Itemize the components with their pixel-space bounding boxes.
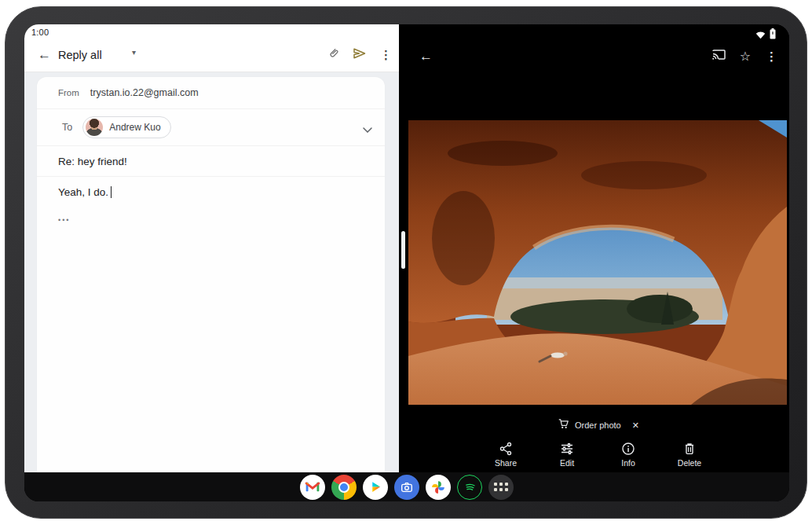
reply-mode-label[interactable]: Reply all bbox=[58, 49, 102, 61]
from-label: From bbox=[58, 88, 79, 97]
photos-header: ← ☆ ⋮ bbox=[408, 43, 789, 72]
spotify-app-icon[interactable] bbox=[457, 475, 482, 500]
to-label: To bbox=[62, 122, 72, 133]
compose-background: From trystan.io.22@gmail.com To Andrew K… bbox=[24, 72, 399, 472]
back-arrow-icon[interactable]: ← bbox=[419, 49, 433, 64]
delete-label: Delete bbox=[664, 458, 715, 468]
recipient-avatar bbox=[86, 119, 103, 136]
gmail-compose-header: ← Reply all ▾ ⋮ bbox=[24, 40, 399, 72]
order-photo-label: Order photo bbox=[575, 420, 621, 430]
cart-icon bbox=[558, 418, 569, 432]
gmail-pane: 1:00 ← Reply all ▾ ⋮ bbox=[24, 24, 399, 472]
all-apps-icon[interactable] bbox=[488, 475, 514, 500]
chevron-down-icon[interactable] bbox=[363, 122, 372, 136]
show-quoted-text-button[interactable]: ••• bbox=[37, 216, 385, 224]
photo-action-bar: Share Edit Info bbox=[408, 442, 789, 472]
info-icon bbox=[603, 442, 653, 457]
favorite-star-icon[interactable]: ☆ bbox=[740, 50, 751, 64]
message-body-field[interactable]: Yeah, I do. bbox=[37, 177, 385, 200]
close-icon[interactable]: ✕ bbox=[632, 420, 639, 431]
attach-file-icon[interactable] bbox=[327, 46, 341, 63]
reply-mode-caret-icon[interactable]: ▾ bbox=[132, 48, 136, 57]
camera-app-icon[interactable] bbox=[394, 475, 419, 500]
info-button[interactable]: Info bbox=[603, 442, 653, 468]
split-divider-handle[interactable] bbox=[401, 231, 405, 269]
cast-icon[interactable] bbox=[711, 49, 726, 64]
split-screen-divider bbox=[399, 24, 408, 472]
send-icon[interactable] bbox=[353, 47, 367, 63]
delete-button[interactable]: Delete bbox=[664, 442, 715, 468]
from-row[interactable]: From trystan.io.22@gmail.com bbox=[37, 77, 385, 108]
tune-icon bbox=[542, 442, 592, 457]
chrome-center-dot bbox=[338, 482, 349, 493]
text-cursor bbox=[111, 186, 112, 198]
subject-field[interactable]: Re: hey friend! bbox=[37, 146, 385, 176]
edit-label: Edit bbox=[542, 458, 592, 468]
overflow-menu-icon[interactable]: ⋮ bbox=[379, 48, 393, 62]
back-arrow-icon[interactable]: ← bbox=[38, 46, 51, 64]
to-row[interactable]: To Andrew Kuo bbox=[37, 109, 385, 145]
tablet-screen: 1:00 ← Reply all ▾ ⋮ bbox=[24, 24, 789, 501]
share-button[interactable]: Share bbox=[481, 442, 531, 468]
photos-pane: ← ☆ ⋮ bbox=[408, 24, 789, 472]
battery-icon bbox=[770, 28, 776, 42]
order-photo-chip[interactable]: Order photo ✕ bbox=[408, 418, 789, 432]
status-clock: 1:00 bbox=[31, 28, 49, 37]
recipient-name: Andrew Kuo bbox=[109, 122, 160, 133]
photos-app-icon[interactable] bbox=[426, 475, 451, 500]
status-icons bbox=[755, 28, 776, 42]
message-body-text: Yeah, I do. bbox=[58, 186, 108, 198]
taskbar bbox=[24, 472, 789, 501]
share-label: Share bbox=[481, 458, 531, 468]
overflow-menu-icon[interactable]: ⋮ bbox=[764, 50, 779, 64]
tablet-frame: 1:00 ← Reply all ▾ ⋮ bbox=[5, 6, 807, 519]
gmail-app-icon[interactable] bbox=[300, 475, 325, 500]
photo-arch[interactable] bbox=[408, 120, 787, 405]
info-label: Info bbox=[603, 458, 653, 468]
trash-icon bbox=[664, 442, 715, 457]
wifi-icon bbox=[755, 28, 766, 42]
from-address: trystan.io.22@gmail.com bbox=[90, 87, 199, 98]
chrome-app-icon[interactable] bbox=[331, 475, 357, 500]
recipient-chip[interactable]: Andrew Kuo bbox=[82, 116, 170, 138]
edit-button[interactable]: Edit bbox=[542, 442, 592, 468]
compose-card: From trystan.io.22@gmail.com To Andrew K… bbox=[37, 77, 385, 472]
grid-dots bbox=[494, 483, 508, 491]
share-icon bbox=[481, 442, 531, 457]
play-store-app-icon[interactable] bbox=[363, 475, 388, 500]
